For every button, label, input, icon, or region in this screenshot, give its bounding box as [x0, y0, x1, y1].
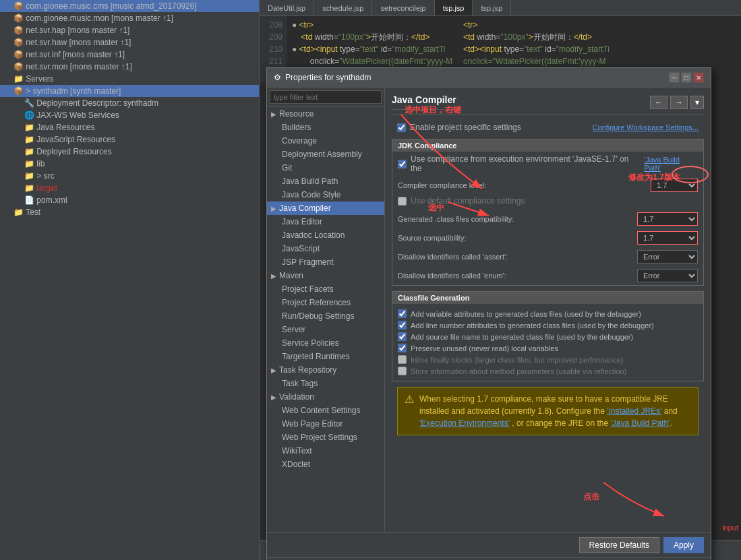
- nav-item-label: Git: [282, 163, 292, 173]
- tree-item[interactable]: 📁 > src: [0, 170, 259, 182]
- nav-item-builders[interactable]: Builders: [267, 121, 384, 134]
- nav-expand-button[interactable]: ▾: [690, 96, 704, 109]
- nav-item-java-editor[interactable]: Java Editor: [267, 215, 384, 228]
- nav-item-project-facets[interactable]: Project Facets: [267, 282, 384, 296]
- nav-item-server[interactable]: Server: [267, 323, 384, 336]
- nav-item-web-project-settings[interactable]: Web Project Settings: [267, 431, 384, 444]
- execution-env-link[interactable]: 'Execution Environments': [419, 418, 510, 428]
- nav-back-button[interactable]: ←: [650, 96, 668, 109]
- nav-item-javascript[interactable]: JavaScript: [267, 242, 384, 255]
- compiler-compliance-row: Compiler compliance level: 1.7 1.6 1.8: [392, 176, 703, 195]
- nav-item-java-compiler[interactable]: ▶ Java Compiler: [267, 201, 384, 215]
- configure-workspace-link[interactable]: Configure Workspace Settings...: [592, 123, 699, 131]
- classfile-checkbox-1[interactable]: [398, 309, 407, 318]
- tree-item[interactable]: 📁 target: [0, 182, 259, 194]
- tree-item[interactable]: 📁 Test: [0, 206, 259, 218]
- maximize-button[interactable]: □: [681, 72, 692, 83]
- assert-row: Disallow identifiers called 'assert': Er…: [392, 247, 703, 266]
- nav-item-resource[interactable]: ▶ Resource: [267, 107, 384, 121]
- classfile-checkbox-6[interactable]: [398, 367, 407, 375]
- nav-item-label: Web Page Editor: [282, 419, 343, 429]
- source-compat-row: Source compatibility: 1.7 1.6: [392, 228, 703, 247]
- nav-item-coverage[interactable]: Coverage: [267, 134, 384, 148]
- tree-item[interactable]: 📁 Servers: [0, 73, 259, 85]
- compiler-compliance-select[interactable]: 1.7 1.6 1.8: [651, 179, 698, 192]
- nav-item-task-repository[interactable]: ▶ Task Repository: [267, 363, 384, 377]
- nav-item-git[interactable]: Git: [267, 161, 384, 175]
- window-controls: ─ □ ✕: [669, 72, 704, 83]
- nav-item-web-page-editor[interactable]: Web Page Editor: [267, 417, 384, 431]
- nav-item-deployment-assembly[interactable]: Deployment Assembly: [267, 148, 384, 161]
- nav-item-label: Project Facets: [282, 284, 334, 294]
- nav-item-validation[interactable]: ▶ Validation: [267, 390, 384, 404]
- tree-item[interactable]: 📁 lib: [0, 158, 259, 170]
- installed-jres-link[interactable]: 'Installed JREs': [607, 406, 661, 416]
- nav-item-javadoc-location[interactable]: Javadoc Location: [267, 228, 384, 242]
- generated-class-select[interactable]: 1.7 1.6: [637, 212, 698, 226]
- jdk-compliance-title: JDK Compliance: [392, 139, 703, 152]
- classfile-checkbox-3[interactable]: [398, 332, 407, 341]
- tree-item[interactable]: 📦 net.svr.inf [mons master ↑1]: [0, 49, 259, 61]
- tree-item[interactable]: 🔧 Deployment Descriptor: synthadm: [0, 97, 259, 109]
- classfile-checkbox-2[interactable]: [398, 321, 407, 330]
- nav-item-xdoclet[interactable]: XDoclet: [267, 458, 384, 471]
- file-explorer: 📦 com.gionee.music.cms [music atmd_20170…: [0, 0, 260, 560]
- nav-item-web-content-settings[interactable]: Web Content Settings: [267, 404, 384, 417]
- nav-item-label: Project References: [282, 298, 351, 307]
- enable-specific-row: Enable project specific settings Configu…: [392, 120, 704, 135]
- tree-item[interactable]: 📦 net.svr.mon [mons master ↑1]: [0, 61, 259, 73]
- nav-item-java-code-style[interactable]: Java Code Style: [267, 188, 384, 201]
- nav-item-task-tags[interactable]: Task Tags: [267, 377, 384, 390]
- enum-select[interactable]: Error Warning Ignore: [637, 269, 698, 282]
- tree-item[interactable]: 📁 JavaScript Resources: [0, 133, 259, 146]
- nav-item-label: Java Code Style: [282, 190, 340, 199]
- close-button[interactable]: ✕: [693, 72, 704, 83]
- tree-item[interactable]: 🌐 JAX-WS Web Services: [0, 109, 259, 121]
- tree-item[interactable]: 📦 com.gionee.music.cms [music atmd_20170…: [0, 0, 259, 12]
- tree-item[interactable]: 📁 Java Resources: [0, 121, 259, 133]
- nav-item-java-build-path[interactable]: Java Build Path: [267, 175, 384, 188]
- main-container: 📦 com.gionee.music.cms [music atmd_20170…: [0, 0, 741, 560]
- dialog-inner-footer: Restore Defaults Apply: [267, 532, 711, 557]
- content-header: Java Compiler ← → ▾: [392, 94, 704, 115]
- restore-defaults-button[interactable]: Restore Defaults: [579, 537, 659, 553]
- nav-arrow-icon: ▶: [271, 367, 276, 374]
- tree-item[interactable]: 📦 > synthadm [synth master]: [0, 85, 259, 97]
- enable-specific-checkbox[interactable]: [397, 123, 406, 132]
- dialog-content: Java Compiler ← → ▾ Enable project: [385, 88, 711, 532]
- classfile-option-3: Add source file name to generated class …: [398, 331, 698, 342]
- right-panel: DateUtil.jsp schedule.jsp setreconcilejp…: [260, 0, 741, 560]
- classfile-checkbox-5[interactable]: [398, 355, 407, 364]
- nav-item-jsp-fragment[interactable]: JSP Fragment: [267, 255, 384, 269]
- tree-item[interactable]: 📄 pom.xml: [0, 194, 259, 206]
- dialog-footer: Apply and Close Cancel: [267, 557, 711, 560]
- source-compat-select[interactable]: 1.7 1.6: [637, 231, 698, 245]
- nav-item-label: Web Content Settings: [282, 406, 361, 415]
- java-build-path-link2[interactable]: 'Java Build Path': [610, 418, 670, 428]
- tree-item[interactable]: 📦 net.svr.haw [mons master ↑1]: [0, 36, 259, 49]
- nav-item-label: JSP Fragment: [282, 257, 333, 267]
- nav-search-input[interactable]: [270, 90, 382, 104]
- nav-forward-button[interactable]: →: [670, 96, 688, 109]
- tree-item[interactable]: 📁 Deployed Resources: [0, 146, 259, 158]
- tree-item[interactable]: 📦 com.gionee.music.mon [mons master ↑1]: [0, 12, 259, 24]
- nav-item-project-references[interactable]: Project References: [267, 296, 384, 309]
- use-default-checkbox[interactable]: [398, 197, 407, 206]
- tree-item[interactable]: 📦 net.svr.hap [mons master ↑1]: [0, 24, 259, 36]
- classfile-checkbox-4[interactable]: [398, 344, 407, 352]
- java-build-path-link[interactable]: 'Java Build Path': [644, 156, 698, 172]
- nav-item-maven[interactable]: ▶ Maven: [267, 269, 384, 282]
- nav-item-wikitext[interactable]: WikiText: [267, 444, 384, 458]
- dialog-body: ▶ ResourceBuildersCoverageDeployment Ass…: [267, 88, 711, 532]
- nav-item-run/debug-settings[interactable]: Run/Debug Settings: [267, 309, 384, 323]
- nav-item-label: Java Compiler: [279, 204, 331, 213]
- nav-arrow-icon: ▶: [271, 111, 276, 118]
- apply-button[interactable]: Apply: [663, 537, 704, 553]
- nav-item-targeted-runtimes[interactable]: Targeted Runtimes: [267, 350, 384, 363]
- minimize-button[interactable]: ─: [669, 72, 680, 83]
- assert-select[interactable]: Error Warning Ignore: [637, 250, 698, 263]
- nav-item-service-policies[interactable]: Service Policies: [267, 336, 384, 350]
- jdk-compliance-section: JDK Compliance Use compliance from execu…: [392, 139, 704, 286]
- use-compliance-checkbox[interactable]: [398, 160, 407, 168]
- use-compliance-row: Use compliance from execution environmen…: [392, 152, 703, 176]
